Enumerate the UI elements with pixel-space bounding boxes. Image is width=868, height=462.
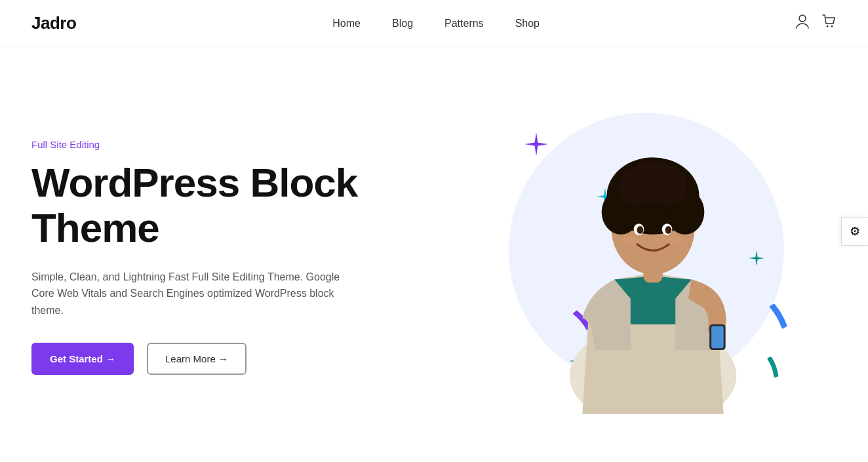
site-logo: Jadro <box>31 13 76 33</box>
hero-description: Simple, Clean, and Lightning Fast Full S… <box>31 269 359 319</box>
svg-point-1 <box>831 26 833 28</box>
hero-buttons: Get Started → Learn More → <box>31 343 438 375</box>
get-started-button[interactable]: Get Started → <box>31 343 134 375</box>
svg-point-0 <box>827 26 829 28</box>
svg-point-18 <box>667 236 684 246</box>
svg-rect-16 <box>711 326 724 348</box>
hero-title: WordPress Block Theme <box>31 161 438 250</box>
main-nav: Home Blog Patterns Shop <box>332 18 540 29</box>
hero-visual <box>438 87 837 414</box>
svg-point-14 <box>665 226 672 234</box>
nav-item-home[interactable]: Home <box>332 18 361 29</box>
cart-icon[interactable] <box>822 14 837 32</box>
learn-more-button[interactable]: Learn More → <box>147 343 247 375</box>
gear-icon: ⚙ <box>850 225 860 238</box>
hero-person-image <box>509 87 797 414</box>
account-icon[interactable] <box>796 14 809 32</box>
svg-point-13 <box>637 226 644 234</box>
settings-button[interactable]: ⚙ <box>841 217 868 246</box>
nav-item-patterns[interactable]: Patterns <box>444 18 484 29</box>
header-icons <box>796 14 837 32</box>
svg-point-10 <box>624 161 682 202</box>
hero-section: Full Site Editing WordPress Block Theme … <box>0 47 868 440</box>
svg-point-17 <box>621 236 639 246</box>
hero-tag: Full Site Editing <box>31 139 438 150</box>
nav-item-blog[interactable]: Blog <box>392 18 413 29</box>
hero-content: Full Site Editing WordPress Block Theme … <box>31 126 438 374</box>
nav-item-shop[interactable]: Shop <box>515 18 540 29</box>
